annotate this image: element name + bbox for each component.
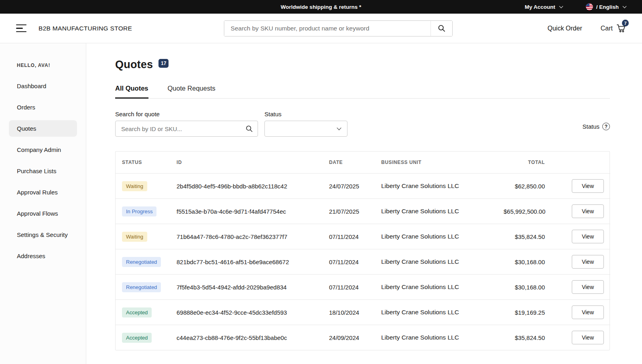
status-badge: Renegotiated <box>122 257 161 267</box>
tab-all-quotes[interactable]: All Quotes <box>115 85 148 99</box>
table-row: Renegotiated 821bdc77-bc51-4616-af51-b6e… <box>116 249 610 275</box>
sidebar-item-approval-flows[interactable]: Approval Flows <box>9 205 77 222</box>
announcement-bar: Worldwide shipping & returns * My Accoun… <box>0 0 642 14</box>
business-unit: Liberty Crane Solutions LLC <box>378 275 500 300</box>
column-header-total: TOTAL <box>500 152 551 174</box>
quote-date: 07/11/2024 <box>326 275 378 300</box>
tab-quote-requests[interactable]: Quote Requests <box>168 85 215 99</box>
status-badge: Waiting <box>122 181 147 191</box>
status-badge: Renegotiated <box>122 282 161 292</box>
main-content: Quotes 17 All QuotesQuote Requests Searc… <box>86 43 642 364</box>
column-header-id: ID <box>173 152 326 174</box>
view-button[interactable]: View <box>572 305 604 319</box>
status-badge: Accepted <box>122 333 152 343</box>
view-button[interactable]: View <box>572 179 604 193</box>
announcement-text: Worldwide shipping & returns * <box>281 4 362 10</box>
status-badge: In Progress <box>122 206 156 216</box>
quotes-count-badge: 17 <box>158 59 169 68</box>
column-header-status: STATUS <box>116 152 173 174</box>
chevron-down-icon <box>559 4 563 8</box>
sidebar-item-addresses[interactable]: Addresses <box>9 248 77 264</box>
status-help: Status ? <box>582 123 610 130</box>
table-row: In Progress f5515a3e-b70a-4c6e-9d71-f4af… <box>116 199 610 224</box>
table-header-row: STATUSIDDATEBUSINESS UNITTOTAL <box>116 152 610 174</box>
quote-id: 69888e0e-ec34-4f52-9cce-45dc33efd593 <box>173 300 326 325</box>
view-button[interactable]: View <box>572 280 604 294</box>
quote-search-box <box>115 121 258 137</box>
sidebar-greeting: HELLO, AVA! <box>0 63 86 68</box>
quote-search-label: Search for quote <box>115 111 258 117</box>
business-unit: Liberty Crane Solutions LLC <box>378 224 500 249</box>
sidebar-item-company-admin[interactable]: Company Admin <box>9 142 77 158</box>
view-button[interactable]: View <box>572 230 604 243</box>
quote-search-input[interactable] <box>116 125 246 132</box>
search-icon <box>438 24 445 32</box>
quote-total: $35,824.50 <box>500 224 551 249</box>
sidebar-item-purchase-lists[interactable]: Purchase Lists <box>9 163 77 179</box>
language-selector[interactable]: / English <box>586 3 626 10</box>
my-account-menu[interactable]: My Account <box>525 4 563 10</box>
quote-total: $19,169.25 <box>500 300 551 325</box>
status-badge: Accepted <box>122 307 152 317</box>
header-search-input[interactable] <box>224 21 431 36</box>
quote-id: c44ea273-cb88-476e-9f2c-55bf13babe0c <box>173 325 326 350</box>
quote-date: 18/10/2024 <box>326 300 378 325</box>
store-logo: B2B MANUFACTURING STORE <box>39 25 132 32</box>
quote-date: 07/11/2024 <box>326 249 378 275</box>
quote-id: 71b64a47-78c6-4780-ac2c-78ef362377f7 <box>173 224 326 249</box>
filters-row: Search for quote Status <box>115 111 610 137</box>
status-select[interactable] <box>264 121 347 137</box>
column-header-actions <box>551 152 610 174</box>
view-button[interactable]: View <box>572 331 604 344</box>
language-label: / English <box>596 4 619 10</box>
column-header-date: DATE <box>326 152 378 174</box>
business-unit: Liberty Crane Solutions LLC <box>378 199 500 224</box>
view-button[interactable]: View <box>572 255 604 269</box>
quotes-table: STATUSIDDATEBUSINESS UNITTOTAL Waiting 2… <box>115 151 610 350</box>
quote-total: $65,992,500.00 <box>500 199 551 224</box>
column-header-business-unit: BUSINESS UNIT <box>378 152 500 174</box>
sidebar-item-dashboard[interactable]: Dashboard <box>9 78 77 94</box>
sidebar-item-approval-rules[interactable]: Approval Rules <box>9 184 77 200</box>
business-unit: Liberty Crane Solutions LLC <box>378 249 500 275</box>
quote-date: 24/07/2025 <box>326 174 378 199</box>
table-row: Waiting 71b64a47-78c6-4780-ac2c-78ef3623… <box>116 224 610 249</box>
header: B2B MANUFACTURING STORE Quick Order Cart <box>0 14 642 43</box>
quote-date: 21/07/2025 <box>326 199 378 224</box>
quote-id: 7f5fe4b3-5d54-4942-afdd-2029ba9ed834 <box>173 275 326 300</box>
table-row: Renegotiated 7f5fe4b3-5d54-4942-afdd-202… <box>116 275 610 300</box>
business-unit: Liberty Crane Solutions LLC <box>378 300 500 325</box>
quote-id: f5515a3e-b70a-4c6e-9d71-f4afd47754ec <box>173 199 326 224</box>
quick-order-link[interactable]: Quick Order <box>548 25 582 32</box>
quote-id: 2b4f5d80-4ef5-496b-bbdb-a8b62c118c42 <box>173 174 326 199</box>
tabs: All QuotesQuote Requests <box>115 85 610 99</box>
sidebar-item-quotes[interactable]: Quotes <box>9 120 77 137</box>
header-search-button[interactable] <box>431 21 452 36</box>
quote-total: $30,168.00 <box>500 275 551 300</box>
quote-total: $30,168.00 <box>500 249 551 275</box>
business-unit: Liberty Crane Solutions LLC <box>378 174 500 199</box>
my-account-label: My Account <box>525 4 555 10</box>
menu-button[interactable] <box>16 23 28 34</box>
business-unit: Liberty Crane Solutions LLC <box>378 325 500 350</box>
quote-date: 24/09/2024 <box>326 325 378 350</box>
table-row: Waiting 2b4f5d80-4ef5-496b-bbdb-a8b62c11… <box>116 174 610 199</box>
status-help-label: Status <box>582 123 599 130</box>
status-filter-label: Status <box>264 111 347 117</box>
search-icon <box>246 125 253 132</box>
view-button[interactable]: View <box>572 204 604 218</box>
status-badge: Waiting <box>122 232 147 242</box>
sidebar-nav: DashboardOrdersQuotesCompany AdminPurcha… <box>0 75 86 267</box>
cart-label: Cart <box>601 25 613 32</box>
us-flag-icon <box>586 3 593 10</box>
chevron-down-icon <box>623 4 627 8</box>
sidebar-item-settings-security[interactable]: Settings & Security <box>9 226 77 243</box>
quotes-table-body: Waiting 2b4f5d80-4ef5-496b-bbdb-a8b62c11… <box>116 174 610 350</box>
sidebar-item-orders[interactable]: Orders <box>9 99 77 115</box>
chevron-down-icon <box>337 125 341 130</box>
quote-total: $35,824.50 <box>500 325 551 350</box>
help-icon[interactable]: ? <box>602 123 610 130</box>
table-row: Accepted c44ea273-cb88-476e-9f2c-55bf13b… <box>116 325 610 350</box>
cart-button[interactable]: Cart 7 <box>601 24 626 32</box>
quote-total: $62,850.00 <box>500 174 551 199</box>
